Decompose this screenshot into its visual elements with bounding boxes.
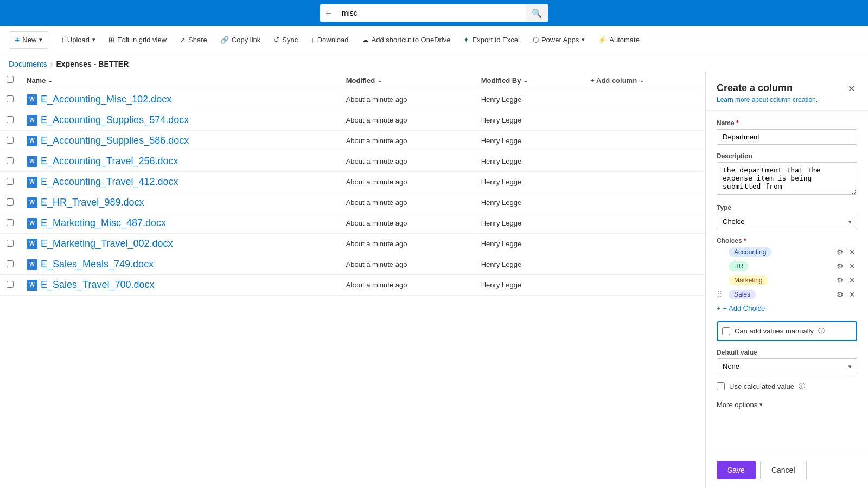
table-row: W E_Accounting_Supplies_574.docx About a… bbox=[0, 110, 705, 131]
sync-button[interactable]: ↺ Sync bbox=[268, 33, 303, 47]
row-checkbox[interactable] bbox=[7, 95, 14, 102]
add-choice-plus-icon: + bbox=[717, 304, 721, 312]
can-add-manually-checkbox[interactable] bbox=[722, 327, 730, 335]
row-checkbox[interactable] bbox=[7, 178, 14, 185]
panel-close-button[interactable]: ✕ bbox=[846, 82, 857, 95]
type-field-label: Type bbox=[717, 204, 857, 211]
row-modified-cell: About a minute ago bbox=[340, 234, 475, 254]
edit-grid-button[interactable]: ⊞ Edit in grid view bbox=[103, 33, 172, 47]
type-select[interactable]: Choice Text Number Date Person bbox=[717, 214, 857, 229]
new-label: New bbox=[22, 36, 36, 44]
search-input[interactable] bbox=[337, 9, 526, 17]
search-box: ← 🔍 bbox=[320, 4, 548, 22]
power-apps-button[interactable]: ⬡ Power Apps ▾ bbox=[527, 33, 590, 47]
row-checkbox-cell bbox=[0, 192, 20, 213]
row-checkbox[interactable] bbox=[7, 240, 14, 247]
description-field-group: Description bbox=[717, 152, 857, 196]
top-bar: ← 🔍 bbox=[0, 0, 868, 26]
more-options-button[interactable]: More options ▾ bbox=[717, 399, 857, 411]
choice-edit-button[interactable]: ⚙ bbox=[835, 261, 845, 272]
table-row: W E_Accounting_Travel_412.docx About a m… bbox=[0, 172, 705, 192]
type-select-wrapper: Choice Text Number Date Person ▾ bbox=[717, 214, 857, 229]
row-modified-by-cell: Henry Legge bbox=[475, 275, 584, 296]
can-add-manually-label: Can add values manually bbox=[735, 327, 814, 335]
choice-delete-button[interactable]: ✕ bbox=[847, 289, 857, 300]
type-field-group: Type Choice Text Number Date Person ▾ bbox=[717, 204, 857, 229]
cancel-button[interactable]: Cancel bbox=[760, 461, 807, 479]
default-value-label: Default value bbox=[717, 349, 857, 356]
row-checkbox[interactable] bbox=[7, 198, 14, 206]
file-name[interactable]: E_Accounting_Misc_102.docx bbox=[41, 94, 171, 105]
add-shortcut-button[interactable]: ☁ Add shortcut to OneDrive bbox=[356, 33, 456, 47]
row-extra-cell bbox=[584, 131, 705, 151]
edit-grid-icon: ⊞ bbox=[108, 36, 114, 44]
row-checkbox[interactable] bbox=[7, 116, 14, 123]
export-excel-button[interactable]: ✦ Export to Excel bbox=[458, 33, 525, 47]
add-col-chevron-icon: ⌄ bbox=[639, 77, 644, 84]
share-button[interactable]: ↗ Share bbox=[174, 33, 213, 47]
row-modified-by-cell: Henry Legge bbox=[475, 213, 584, 234]
row-modified-cell: About a minute ago bbox=[340, 131, 475, 151]
row-extra-cell bbox=[584, 254, 705, 275]
more-options-chevron-icon: ▾ bbox=[760, 401, 763, 408]
use-calculated-info-icon[interactable]: ⓘ bbox=[799, 382, 805, 391]
file-name[interactable]: E_Marketing_Misc_487.docx bbox=[41, 217, 166, 229]
copy-link-button[interactable]: 🔗 Copy link bbox=[215, 33, 266, 47]
choice-actions: ⚙ ✕ bbox=[835, 275, 857, 286]
choice-actions: ⚙ ✕ bbox=[835, 247, 857, 258]
row-checkbox-cell bbox=[0, 275, 20, 296]
description-textarea[interactable] bbox=[717, 162, 857, 195]
row-checkbox[interactable] bbox=[7, 137, 14, 144]
new-button[interactable]: + New ▾ bbox=[9, 31, 48, 49]
file-name[interactable]: E_Accounting_Supplies_574.docx bbox=[41, 114, 189, 126]
drag-handle-icon[interactable]: ⠿ bbox=[717, 290, 725, 299]
word-icon: W bbox=[27, 136, 37, 146]
row-name-cell: W E_Accounting_Supplies_574.docx bbox=[20, 110, 340, 131]
save-button[interactable]: Save bbox=[717, 461, 756, 479]
word-icon: W bbox=[27, 156, 37, 167]
file-name[interactable]: E_Accounting_Travel_256.docx bbox=[41, 156, 178, 167]
name-input[interactable] bbox=[717, 129, 857, 145]
add-choice-button[interactable]: + + Add Choice bbox=[717, 303, 765, 313]
main-area: Name ⌄ Modified ⌄ Modified By ⌄ bbox=[0, 72, 868, 488]
choice-delete-button[interactable]: ✕ bbox=[847, 261, 857, 272]
row-name-cell: W E_HR_Travel_989.docx bbox=[20, 192, 340, 213]
automate-button[interactable]: ⚡ Automate bbox=[592, 33, 645, 47]
choice-row: ⠿ Marketing ⚙ ✕ bbox=[717, 275, 857, 286]
choice-actions: ⚙ ✕ bbox=[835, 261, 857, 272]
excel-icon: ✦ bbox=[463, 36, 469, 44]
choice-edit-button[interactable]: ⚙ bbox=[835, 275, 845, 286]
can-add-manually-info-icon[interactable]: ⓘ bbox=[818, 326, 825, 336]
row-name-cell: W E_Accounting_Misc_102.docx bbox=[20, 89, 340, 110]
default-value-select[interactable]: None bbox=[717, 358, 857, 374]
row-checkbox[interactable] bbox=[7, 219, 14, 226]
word-icon: W bbox=[27, 259, 37, 270]
file-name[interactable]: E_Marketing_Travel_002.docx bbox=[41, 238, 173, 249]
file-name[interactable]: E_Sales_Meals_749.docx bbox=[41, 259, 154, 270]
download-button[interactable]: ↓ Download bbox=[305, 33, 354, 47]
select-all-checkbox[interactable] bbox=[7, 76, 14, 83]
modified-by-sort-icon: ⌄ bbox=[523, 77, 528, 84]
row-modified-by-cell: Henry Legge bbox=[475, 192, 584, 213]
row-extra-cell bbox=[584, 234, 705, 254]
search-submit-button[interactable]: 🔍 bbox=[526, 4, 548, 22]
row-checkbox[interactable] bbox=[7, 157, 14, 164]
choice-edit-button[interactable]: ⚙ bbox=[835, 289, 845, 300]
file-name[interactable]: E_Sales_Travel_700.docx bbox=[41, 279, 154, 291]
row-checkbox-cell bbox=[0, 254, 20, 275]
row-extra-cell bbox=[584, 110, 705, 131]
panel-subtitle[interactable]: Learn more about column creation. bbox=[717, 96, 818, 104]
row-checkbox[interactable] bbox=[7, 260, 14, 267]
choice-delete-button[interactable]: ✕ bbox=[847, 275, 857, 286]
row-checkbox[interactable] bbox=[7, 281, 14, 288]
file-name[interactable]: E_Accounting_Supplies_586.docx bbox=[41, 135, 189, 146]
breadcrumb-parent[interactable]: Documents bbox=[9, 60, 47, 68]
file-name[interactable]: E_HR_Travel_989.docx bbox=[41, 197, 144, 208]
upload-button[interactable]: ↑ Upload ▾ bbox=[55, 33, 101, 47]
use-calculated-checkbox[interactable] bbox=[717, 382, 725, 390]
add-col-header[interactable]: + Add column ⌄ bbox=[584, 72, 705, 89]
choice-delete-button[interactable]: ✕ bbox=[847, 247, 857, 258]
file-name[interactable]: E_Accounting_Travel_412.docx bbox=[41, 176, 178, 188]
search-back-button[interactable]: ← bbox=[320, 8, 337, 18]
choice-edit-button[interactable]: ⚙ bbox=[835, 247, 845, 258]
